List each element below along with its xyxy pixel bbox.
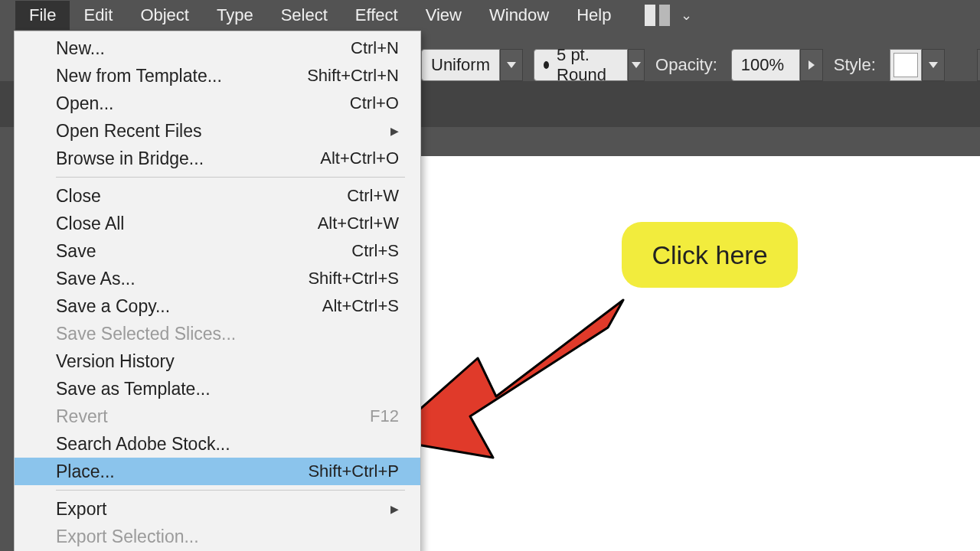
chevron-down-icon <box>507 62 516 68</box>
menu-item-export-selection: Export Selection... <box>15 523 420 550</box>
menu-item-search-adobe-stock[interactable]: Search Adobe Stock... <box>15 430 420 458</box>
stroke-profile-control[interactable]: Uniform <box>421 49 523 81</box>
menubar: File Edit Object Type Select Effect View… <box>0 0 980 31</box>
chevron-right-icon <box>808 60 815 70</box>
menu-item-open[interactable]: Open...Ctrl+O <box>15 90 420 117</box>
menu-item-shortcut: Ctrl+N <box>351 38 399 58</box>
menu-item-label: New... <box>56 38 105 59</box>
menu-item-label: Place... <box>56 461 115 482</box>
opacity-label: Opacity: <box>655 55 717 75</box>
opacity-value[interactable]: 100% <box>731 49 800 81</box>
menu-item-close[interactable]: CloseCtrl+W <box>15 182 420 210</box>
menu-item-place[interactable]: Place...Shift+Ctrl+P <box>15 458 420 485</box>
menu-separator <box>56 177 405 178</box>
chevron-down-icon <box>929 62 938 68</box>
menu-item-label: Export <box>56 499 106 520</box>
menu-file[interactable]: File <box>15 1 70 30</box>
menu-item-shortcut: Shift+Ctrl+P <box>308 461 399 481</box>
menu-item-label: Open... <box>56 93 113 114</box>
menu-item-label: Save as Template... <box>56 379 211 399</box>
menu-item-shortcut: F12 <box>370 406 399 426</box>
menu-item-label: Search Adobe Stock... <box>56 434 230 455</box>
menu-item-label: Export Selection... <box>56 527 199 547</box>
style-label: Style: <box>834 55 876 75</box>
menu-item-save-as[interactable]: Save As...Shift+Ctrl+S <box>15 265 420 292</box>
menu-type[interactable]: Type <box>203 1 267 30</box>
menu-item-revert: RevertF12 <box>15 403 420 430</box>
menu-item-version-history[interactable]: Version History <box>15 347 420 375</box>
menu-item-save-selected-slices: Save Selected Slices... <box>15 320 420 347</box>
menu-object[interactable]: Object <box>126 1 203 30</box>
brush-dropdown[interactable] <box>628 49 645 81</box>
menu-item-shortcut: Ctrl+W <box>347 186 399 206</box>
brush-dot-icon <box>544 61 549 69</box>
menu-item-label: Save a Copy... <box>56 296 170 317</box>
brush-label: 5 pt. Round <box>557 45 618 85</box>
chevron-down-icon <box>632 62 641 68</box>
menu-item-label: Open Recent Files <box>56 121 201 142</box>
menu-item-label: Revert <box>56 406 108 427</box>
menu-item-shortcut: Shift+Ctrl+N <box>307 66 399 86</box>
opacity-control[interactable]: 100% <box>731 49 823 81</box>
menu-item-shortcut: Alt+Ctrl+W <box>318 214 399 233</box>
canvas-border-top <box>421 127 980 156</box>
file-menu-dropdown: New...Ctrl+NNew from Template...Shift+Ct… <box>14 31 421 551</box>
layout-icon <box>645 5 655 26</box>
svg-marker-0 <box>386 300 623 458</box>
menu-edit[interactable]: Edit <box>70 1 126 30</box>
menu-item-new[interactable]: New...Ctrl+N <box>15 34 420 62</box>
menu-effect[interactable]: Effect <box>341 1 412 30</box>
annotation-text: Click here <box>652 240 767 270</box>
options-bar: Uniform 5 pt. Round Opacity: 100% Style:… <box>421 46 980 84</box>
menu-item-close-all[interactable]: Close AllAlt+Ctrl+W <box>15 210 420 237</box>
menu-item-label: Close <box>56 186 101 207</box>
stroke-profile-label: Uniform <box>421 49 500 81</box>
menu-item-save[interactable]: SaveCtrl+S <box>15 237 420 265</box>
menu-item-new-from-template[interactable]: New from Template...Shift+Ctrl+N <box>15 62 420 90</box>
menu-view[interactable]: View <box>412 1 475 30</box>
menu-item-label: Save <box>56 241 96 262</box>
menu-item-label: Save Selected Slices... <box>56 324 236 344</box>
menu-item-label: Version History <box>56 351 175 372</box>
menu-item-save-as-template[interactable]: Save as Template... <box>15 375 420 403</box>
chevron-down-icon: ⌄ <box>681 7 692 24</box>
chevron-right-icon: ▶ <box>390 503 399 515</box>
style-control[interactable] <box>890 49 945 81</box>
menu-item-browse-in-bridge[interactable]: Browse in Bridge...Alt+Ctrl+O <box>15 145 420 172</box>
annotation-arrow-icon <box>386 297 639 473</box>
menu-item-label: Save As... <box>56 269 136 289</box>
menu-item-label: Browse in Bridge... <box>56 148 204 169</box>
menu-item-shortcut: Ctrl+S <box>351 241 399 261</box>
layout-icon <box>659 5 670 26</box>
menu-item-shortcut: Ctrl+O <box>350 93 399 113</box>
menu-item-label: New from Template... <box>56 66 222 86</box>
style-dropdown[interactable] <box>922 49 945 81</box>
menu-item-shortcut: Alt+Ctrl+O <box>320 148 399 168</box>
brush-control[interactable]: 5 pt. Round <box>534 49 645 81</box>
chevron-right-icon: ▶ <box>390 125 399 137</box>
menu-select[interactable]: Select <box>267 1 341 30</box>
menu-item-label: Close All <box>56 214 124 234</box>
stroke-profile-dropdown[interactable] <box>500 49 523 81</box>
workspace-switcher[interactable]: ⌄ <box>640 2 697 29</box>
document-setup-button[interactable]: Doc <box>977 49 980 81</box>
menu-window[interactable]: Window <box>475 1 563 30</box>
menu-item-shortcut: Shift+Ctrl+S <box>308 269 399 289</box>
menu-item-export[interactable]: Export▶ <box>15 495 420 523</box>
menu-item-open-recent-files[interactable]: Open Recent Files▶ <box>15 117 420 145</box>
annotation-bubble: Click here <box>622 222 798 288</box>
menu-separator <box>56 490 405 491</box>
menu-help[interactable]: Help <box>563 1 625 30</box>
menu-item-save-a-copy[interactable]: Save a Copy...Alt+Ctrl+S <box>15 292 420 320</box>
menu-item-shortcut: Alt+Ctrl+S <box>322 296 399 316</box>
opacity-next[interactable] <box>800 49 823 81</box>
style-swatch <box>893 53 918 77</box>
